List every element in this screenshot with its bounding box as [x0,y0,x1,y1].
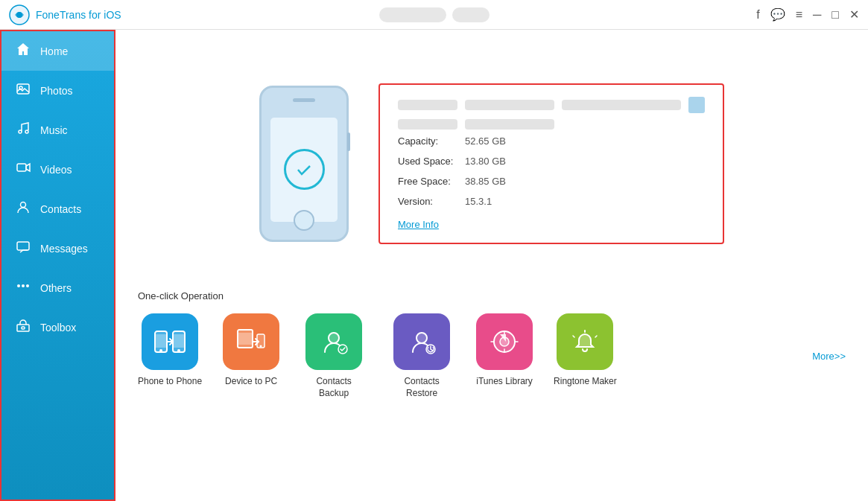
one-click-phone-to-phone[interactable]: Phone to Phone [138,313,202,388]
svg-point-22 [329,333,339,343]
facebook-icon[interactable]: f [756,8,759,22]
sidebar-label-music: Music [40,124,68,136]
itunes-library-label: iTunes Library [476,376,533,388]
svg-rect-10 [17,325,29,331]
sidebar-item-others[interactable]: Others [1,268,114,307]
svg-point-5 [21,202,26,208]
svg-rect-16 [173,334,185,348]
sidebar-label-photos: Photos [40,85,73,97]
more-info-link[interactable]: More Info [398,219,439,230]
svg-rect-11 [22,327,25,329]
svg-rect-13 [155,334,167,348]
device-section: Capacity: 52.65 GB Used Space: 13.80 GB … [138,45,846,283]
videos-icon [15,160,31,179]
one-click-items: Phone to Phone Device to PC [138,313,846,399]
main-layout: Home Photos Music [0,30,868,501]
messages-icon [15,239,31,258]
one-click-title: One-click Operation [138,290,846,301]
free-label: Free Space: [398,176,465,187]
menu-icon[interactable]: ≡ [796,8,802,22]
version-value: 15.3.1 [465,196,492,207]
contacts-restore-label: Contacts Restore [388,376,455,399]
version-label: Version: [398,196,465,207]
device-to-pc-icon-box [223,313,279,370]
svg-rect-6 [17,242,29,250]
minimize-icon[interactable]: ─ [813,8,821,22]
more-button[interactable]: More>> [812,351,846,362]
blurred-4 [398,119,457,130]
one-click-section: One-click Operation [138,290,846,399]
sidebar-label-others: Others [40,282,72,294]
title-bar: FoneTrans for iOS f 💬 ≡ ─ □ ✕ [0,0,868,30]
sidebar-label-contacts: Contacts [40,203,81,215]
capacity-value: 52.65 GB [465,135,506,147]
device-info-card: Capacity: 52.65 GB Used Space: 13.80 GB … [378,83,724,244]
blurred-3 [562,100,681,110]
svg-point-24 [416,333,427,343]
sidebar-item-toolbox[interactable]: Toolbox [1,307,114,347]
device-pill-2 [452,7,490,22]
phone-speaker [293,98,315,102]
svg-rect-2 [17,84,29,94]
sidebar-item-contacts[interactable]: Contacts [1,189,114,229]
blurred-2 [465,100,554,110]
one-click-device-to-pc[interactable]: Device to PC [223,313,279,388]
svg-rect-4 [17,164,26,171]
content-area: Capacity: 52.65 GB Used Space: 13.80 GB … [115,30,868,501]
contacts-restore-icon-box [393,313,450,370]
home-icon [15,42,31,60]
sidebar-item-home[interactable]: Home [1,31,114,71]
sidebar-label-home: Home [40,45,68,57]
sidebar-item-messages[interactable]: Messages [1,229,114,268]
capacity-label: Capacity: [398,135,465,147]
phone-check-icon [284,149,325,190]
sidebar-item-videos[interactable]: Videos [1,150,114,189]
device-sub-blurred [398,119,705,130]
one-click-ringtone-maker[interactable]: Ringtone Maker [554,313,617,388]
sidebar-item-music[interactable]: Music [1,110,114,150]
toolbox-icon [15,318,31,336]
app-logo [9,4,30,25]
phone-home-button [294,210,314,231]
sidebar: Home Photos Music [0,30,115,501]
capacity-row: Capacity: 52.65 GB [398,135,705,147]
contacts-icon [15,200,31,218]
window-controls: f 💬 ≡ ─ □ ✕ [756,7,859,22]
music-icon [15,121,31,139]
chat-icon[interactable]: 💬 [770,7,785,22]
photos-icon [15,81,31,100]
one-click-contacts-backup[interactable]: Contacts Backup [300,313,367,399]
version-row: Version: 15.3.1 [398,196,705,207]
svg-point-9 [26,284,29,287]
device-selector[interactable] [379,7,490,22]
ringtone-maker-label: Ringtone Maker [554,376,617,388]
sidebar-label-toolbox: Toolbox [40,322,76,334]
svg-point-14 [159,349,162,352]
svg-point-21 [260,345,262,348]
free-space-row: Free Space: 38.85 GB [398,176,705,187]
close-icon[interactable]: ✕ [849,7,859,22]
sidebar-label-videos: Videos [40,164,72,176]
svg-point-1 [16,12,22,18]
svg-point-8 [22,284,25,287]
used-space-row: Used Space: 13.80 GB [398,156,705,167]
device-to-pc-label: Device to PC [225,376,277,388]
phone-to-phone-label: Phone to Phone [138,376,202,388]
svg-rect-19 [238,333,253,345]
device-pill-1 [379,7,446,22]
sidebar-item-photos[interactable]: Photos [1,71,114,110]
phone-body [259,86,349,242]
free-value: 38.85 GB [465,176,506,187]
phone-illustration [259,86,349,242]
used-value: 13.80 GB [465,156,506,167]
maximize-icon[interactable]: □ [831,8,839,22]
one-click-contacts-restore[interactable]: Contacts Restore [388,313,455,399]
others-icon [15,278,31,297]
sidebar-label-messages: Messages [40,243,88,255]
blurred-1 [398,100,457,110]
one-click-itunes-library[interactable]: iTunes Library [476,313,533,388]
phone-to-phone-icon-box [142,313,198,370]
contacts-backup-label: Contacts Backup [300,376,367,399]
blurred-icon [688,97,705,113]
device-name-blurred [398,97,705,113]
